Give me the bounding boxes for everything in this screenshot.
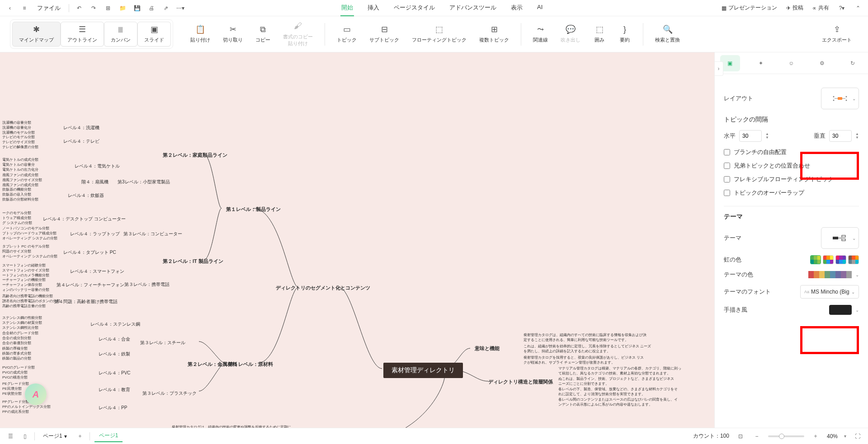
zoom-thumb[interactable]: [779, 434, 784, 439]
detail-leaf[interactable]: スマートフォンのサイズ分類: [2, 268, 49, 273]
leaf[interactable]: ぬこれは、製品ライン、技術、プロジェクトなど、さまざまなビジネス ニーズにごとに…: [558, 376, 674, 386]
relation-button[interactable]: ⤳関連線: [527, 22, 554, 46]
horizontal-spacing-input[interactable]: [739, 130, 762, 142]
print-icon[interactable]: 🖨: [145, 2, 158, 14]
find-replace-button[interactable]: 🔍検索と置換: [649, 22, 686, 46]
detail-leaf[interactable]: スマートフォンの経験分類: [2, 263, 46, 268]
zoom-slider[interactable]: [768, 435, 804, 437]
detail-leaf[interactable]: ステンレス鋼の性能分類: [2, 315, 42, 320]
save-icon[interactable]: 💾: [131, 2, 143, 14]
leaf[interactable]: マテリアル管理カタログは構築、マテリアルの各群、カテゴリ、階級に則っ て統括した…: [558, 366, 681, 376]
leaf[interactable]: 各レベルの下、製造、保管域、放棄などの、さまざまな材料カテゴリをそ れに設定して…: [558, 387, 678, 397]
l4[interactable]: レベル４：PP: [99, 405, 127, 411]
file-menu[interactable]: ファイル: [33, 4, 65, 12]
tab-pagestyle[interactable]: ページスタイル: [393, 0, 436, 16]
kanban-mode-button[interactable]: ⫼カンバン: [104, 22, 137, 47]
open-icon[interactable]: 📁: [116, 2, 129, 14]
l2-metal[interactable]: 第２レベル：金属材料: [188, 361, 237, 368]
zoom-out-button[interactable]: −: [752, 431, 762, 441]
detail-leaf[interactable]: PVCの構造分類: [2, 375, 28, 380]
detail-leaf[interactable]: 高齢者向け携帯電話の機能分類: [2, 294, 53, 299]
copy-button[interactable]: ⧉コピー: [249, 22, 277, 46]
branch-meaning[interactable]: 意味と機能: [475, 345, 500, 352]
l4[interactable]: レベル４：教育: [99, 387, 130, 393]
tab-view[interactable]: 表示: [510, 0, 524, 16]
spinner-icon[interactable]: ▲▼: [855, 132, 859, 140]
leaf[interactable]: 発射管理カタログを採用すると、視覚の良好保護がありし、ビジネス リス クが軽減さ…: [524, 355, 644, 365]
chevron-down-icon[interactable]: ▾: [844, 434, 846, 439]
l4[interactable]: レベル４：ステンレス鋼: [90, 321, 140, 327]
detail-leaf[interactable]: ーチャーフォンの機能分類: [2, 277, 46, 282]
leaf[interactable]: 各レベル間のコンテンツまたはスペースの広はなびバレの関育を美し、イ ンデントの表…: [558, 397, 678, 407]
detail-leaf[interactable]: 問題のサイズ分類: [2, 249, 31, 254]
detail-leaf[interactable]: 鉄製の厚種分類: [2, 346, 28, 351]
l4[interactable]: レベル４：電気ケトル: [75, 163, 120, 169]
detail-leaf[interactable]: 電気ケトルの容量分: [2, 162, 35, 167]
flex-floating-checkbox[interactable]: [724, 176, 730, 182]
presentation-button[interactable]: ▦プレゼンテーション: [719, 2, 780, 14]
l3-computer[interactable]: 第３レベル：コンピューター: [123, 231, 182, 237]
detail-leaf[interactable]: PE状態分類: [2, 391, 22, 396]
detail-leaf[interactable]: PE民境分類: [2, 386, 22, 391]
detail-leaf[interactable]: ォンのバッテリー容量の分類: [2, 287, 49, 292]
cut-button[interactable]: ✂切り取り: [217, 22, 249, 46]
undo-icon[interactable]: ↶: [73, 2, 85, 14]
multi-topic-button[interactable]: ⊞複数トピック: [473, 22, 515, 46]
detail-leaf[interactable]: タブレット PC のモデル分類: [2, 244, 49, 249]
branch-structure[interactable]: ディレクトリ構造と階層関係: [488, 379, 553, 385]
panel-tab-history[interactable]: ↻: [843, 55, 863, 71]
detail-leaf[interactable]: 扇風ファンのサイズ分類: [2, 178, 42, 182]
rainbow-swatch[interactable]: [848, 255, 859, 264]
vertical-spacing-input[interactable]: [829, 130, 852, 142]
detail-leaf[interactable]: 鉄製の寄多式分類: [2, 351, 31, 356]
tab-start[interactable]: 開始: [340, 0, 354, 16]
detail-leaf[interactable]: ステンレス鋼の材質分類: [2, 320, 42, 325]
page-selector[interactable]: ページ1 ▾: [39, 431, 71, 441]
theme-color-selector[interactable]: ⌄: [808, 271, 859, 278]
panel-collapse-handle[interactable]: ›: [714, 61, 723, 76]
panel-tab-settings[interactable]: ⚙: [812, 55, 832, 71]
detail-leaf[interactable]: ーチャーフォン保存分類: [2, 282, 42, 287]
l4[interactable]: レベル４：スマートフォン: [70, 268, 124, 275]
help-icon[interactable]: ?▾: [835, 2, 848, 14]
l4[interactable]: レベル４：ラップトップ: [70, 231, 120, 237]
detail-leaf[interactable]: PPの成比系分類: [2, 409, 29, 414]
detail-leaf[interactable]: 扇風ファンの成式分類: [2, 173, 38, 178]
redo-icon[interactable]: ↷: [87, 2, 100, 14]
back-button[interactable]: ‹: [4, 2, 16, 14]
spinner-icon[interactable]: ▲▼: [765, 132, 769, 140]
handdrawn-selector[interactable]: ⌄: [829, 305, 859, 315]
detail-leaf[interactable]: オペレーティング システムの分類: [2, 254, 57, 259]
page-tab-1[interactable]: ページ1: [94, 430, 123, 442]
l4[interactable]: 第４レベル：フィーチャーフォン: [57, 282, 124, 288]
export-button[interactable]: ⇪エクスポート: [816, 22, 858, 46]
boundary-button[interactable]: ⬚囲み: [587, 22, 612, 46]
paste-button[interactable]: 📋貼り付け: [184, 22, 217, 46]
summary-button[interactable]: }要約: [612, 22, 637, 46]
fit-view-icon[interactable]: ⊡: [736, 431, 745, 441]
theme-font-selector[interactable]: Aa MS Mincho (Big ⌄: [800, 285, 859, 299]
l3-plastic[interactable]: 第３レベル：プラスチック: [142, 390, 197, 397]
detail-leaf[interactable]: 讃者名向け携帯電話のボタンの分類: [2, 299, 60, 304]
page-view-icon[interactable]: ▯: [20, 431, 30, 441]
l4[interactable]: レベル４：テレビ: [63, 138, 99, 145]
l4[interactable]: レベル４：合金: [99, 336, 130, 342]
detail-leaf[interactable]: テレビの解像度の分類: [2, 145, 38, 150]
detail-leaf[interactable]: PPグレード分類: [2, 399, 29, 404]
share-icon[interactable]: ⇗: [160, 2, 172, 14]
l3-small[interactable]: 第3レベル：小型家電製品: [118, 179, 170, 185]
floating-topic-button[interactable]: ⬚フローティングトピック: [406, 22, 473, 46]
detail-leaf[interactable]: ノートパソコンのモデル分類: [2, 226, 49, 231]
ai-assistant-bubble[interactable]: A: [25, 383, 47, 405]
tab-insert[interactable]: 挿入: [367, 0, 380, 16]
panel-tab-style[interactable]: ✦: [751, 55, 771, 71]
l4[interactable]: レベル４：デスクトップ コンピューター: [43, 216, 126, 222]
menu-icon[interactable]: ≡: [18, 2, 31, 14]
post-button[interactable]: ✈投稿: [783, 2, 806, 14]
fullscreen-icon[interactable]: ⛶: [853, 431, 863, 441]
l4[interactable]: レベル４：洗濯機: [63, 125, 99, 131]
l3-phone[interactable]: 第３レベル：携帯電話: [124, 281, 170, 288]
detail-leaf[interactable]: 電気ケトルの成式分類: [2, 157, 38, 162]
tab-advanced[interactable]: アドバンスツール: [448, 0, 497, 16]
overlap-checkbox[interactable]: [724, 190, 730, 196]
